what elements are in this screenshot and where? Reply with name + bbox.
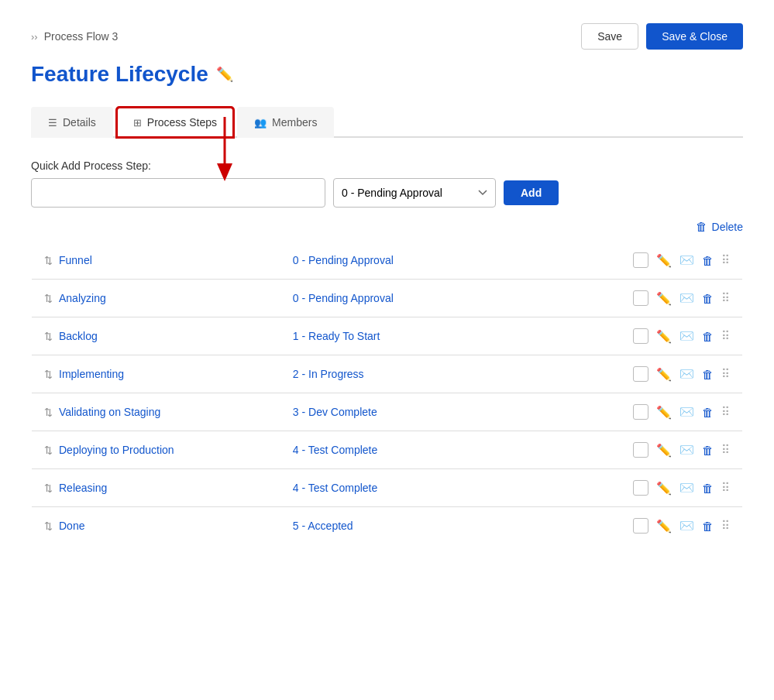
quick-add-section: Quick Add Process Step: 0 - Pending Appr… [31, 160, 743, 208]
email-icon[interactable]: ✉️ [679, 405, 694, 419]
step-status: 1 - Ready To Start [293, 330, 380, 342]
edit-title-icon[interactable]: ✏️ [216, 66, 233, 83]
step-name-cell: ⇅ Implementing [32, 355, 280, 393]
step-actions-cell: ✏️ ✉️ 🗑 ⠿ [529, 355, 742, 393]
step-actions-cell: ✏️ ✉️ 🗑 ⠿ [529, 431, 742, 469]
step-name: ⇅ Deploying to Production [44, 444, 268, 456]
sort-icon: ⇅ [44, 255, 53, 266]
email-icon[interactable]: ✉️ [679, 443, 694, 457]
process-steps-tab-icon: ⊞ [133, 117, 142, 129]
delete-link[interactable]: 🗑 Delete [696, 220, 743, 233]
delete-row-icon[interactable]: 🗑 [702, 520, 714, 533]
save-close-button[interactable]: Save & Close [646, 23, 743, 50]
delete-row-icon[interactable]: 🗑 [702, 368, 714, 381]
delete-row-icon[interactable]: 🗑 [702, 406, 714, 419]
quick-add-label: Quick Add Process Step: [31, 160, 743, 172]
add-button[interactable]: Add [504, 180, 559, 205]
table-row: ⇅ Done 5 - Accepted ✏️ ✉️ 🗑 ⠿ [32, 507, 743, 545]
step-checkbox[interactable] [633, 328, 648, 344]
delete-row-icon[interactable]: 🗑 [702, 444, 714, 457]
step-checkbox[interactable] [633, 480, 648, 496]
step-name: ⇅ Backlog [44, 330, 268, 342]
email-icon[interactable]: ✉️ [679, 367, 694, 381]
drag-icon[interactable]: ⠿ [721, 253, 730, 267]
email-icon[interactable]: ✉️ [679, 253, 694, 267]
edit-icon[interactable]: ✏️ [656, 367, 672, 382]
tab-details[interactable]: ☰ Details [31, 107, 113, 138]
step-name-cell: ⇅ Validating on Staging [32, 393, 280, 431]
drag-icon[interactable]: ⠿ [721, 519, 730, 533]
quick-add-row: 0 - Pending Approval 1 - Ready To Start … [31, 178, 743, 208]
step-name-text: Backlog [59, 330, 98, 342]
step-name-text: Done [59, 520, 84, 532]
edit-icon[interactable]: ✏️ [656, 519, 672, 534]
delete-row-icon[interactable]: 🗑 [702, 330, 714, 343]
status-select[interactable]: 0 - Pending Approval 1 - Ready To Start … [333, 178, 496, 208]
tab-members[interactable]: 👥 Members [237, 107, 334, 138]
step-status-cell: 3 - Dev Complete [280, 393, 529, 431]
drag-icon[interactable]: ⠿ [721, 329, 730, 343]
step-checkbox[interactable] [633, 290, 648, 306]
edit-icon[interactable]: ✏️ [656, 329, 672, 344]
edit-icon[interactable]: ✏️ [656, 443, 672, 458]
delete-row-icon[interactable]: 🗑 [702, 482, 714, 495]
step-name-text: Analyzing [59, 292, 106, 304]
header-row: ›› Process Flow 3 Save Save & Close [31, 23, 743, 50]
email-icon[interactable]: ✉️ [679, 519, 694, 533]
tab-details-label: Details [63, 116, 96, 129]
drag-icon[interactable]: ⠿ [721, 443, 730, 457]
step-name-cell: ⇅ Funnel [32, 242, 280, 280]
step-checkbox[interactable] [633, 366, 648, 382]
step-name-cell: ⇅ Releasing [32, 469, 280, 507]
edit-icon[interactable]: ✏️ [656, 291, 672, 306]
drag-icon[interactable]: ⠿ [721, 405, 730, 419]
step-name-text: Implementing [59, 368, 124, 380]
edit-icon[interactable]: ✏️ [656, 253, 672, 268]
step-checkbox[interactable] [633, 404, 648, 420]
delete-row-icon[interactable]: 🗑 [702, 292, 714, 305]
step-actions-cell: ✏️ ✉️ 🗑 ⠿ [529, 507, 742, 545]
email-icon[interactable]: ✉️ [679, 329, 694, 343]
step-name-text: Deploying to Production [59, 444, 174, 456]
step-name: ⇅ Done [44, 520, 268, 532]
drag-icon[interactable]: ⠿ [721, 291, 730, 305]
step-actions-cell: ✏️ ✉️ 🗑 ⠿ [529, 469, 742, 507]
sort-icon: ⇅ [44, 293, 53, 304]
page-title: Feature Lifecycle [31, 62, 208, 87]
breadcrumb-text: Process Flow 3 [44, 30, 119, 43]
actions-group: ✏️ ✉️ 🗑 ⠿ [542, 518, 730, 534]
step-checkbox[interactable] [633, 518, 648, 534]
tab-process-steps[interactable]: ⊞ Process Steps [116, 107, 234, 138]
step-actions-cell: ✏️ ✉️ 🗑 ⠿ [529, 393, 742, 431]
tabs-container: ☰ Details ⊞ Process Steps 👥 Members [31, 105, 743, 138]
table-row: ⇅ Validating on Staging 3 - Dev Complete… [32, 393, 743, 431]
edit-icon[interactable]: ✏️ [656, 481, 672, 496]
edit-icon[interactable]: ✏️ [656, 405, 672, 420]
step-name-cell: ⇅ Done [32, 507, 280, 545]
step-status: 2 - In Progress [293, 368, 364, 380]
delete-row-icon[interactable]: 🗑 [702, 254, 714, 267]
email-icon[interactable]: ✉️ [679, 291, 694, 305]
drag-icon[interactable]: ⠿ [721, 367, 730, 381]
email-icon[interactable]: ✉️ [679, 481, 694, 495]
quick-add-input[interactable] [31, 178, 325, 208]
breadcrumb-chevrons: ›› [31, 31, 38, 43]
actions-group: ✏️ ✉️ 🗑 ⠿ [542, 366, 730, 382]
sort-icon: ⇅ [44, 520, 53, 532]
table-row: ⇅ Backlog 1 - Ready To Start ✏️ ✉️ 🗑 ⠿ [32, 317, 743, 355]
tab-process-steps-label: Process Steps [147, 116, 217, 129]
table-row: ⇅ Releasing 4 - Test Complete ✏️ ✉️ 🗑 ⠿ [32, 469, 743, 507]
members-tab-icon: 👥 [254, 117, 267, 129]
actions-group: ✏️ ✉️ 🗑 ⠿ [542, 404, 730, 420]
table-row: ⇅ Implementing 2 - In Progress ✏️ ✉️ 🗑 ⠿ [32, 355, 743, 393]
step-checkbox[interactable] [633, 252, 648, 268]
tab-members-label: Members [272, 116, 317, 129]
step-checkbox[interactable] [633, 442, 648, 458]
step-status: 4 - Test Complete [293, 444, 377, 456]
save-button[interactable]: Save [581, 23, 638, 50]
sort-icon: ⇅ [44, 369, 53, 380]
step-name-text: Funnel [59, 254, 92, 266]
drag-icon[interactable]: ⠿ [721, 481, 730, 495]
actions-group: ✏️ ✉️ 🗑 ⠿ [542, 252, 730, 268]
sort-icon: ⇅ [44, 407, 53, 418]
